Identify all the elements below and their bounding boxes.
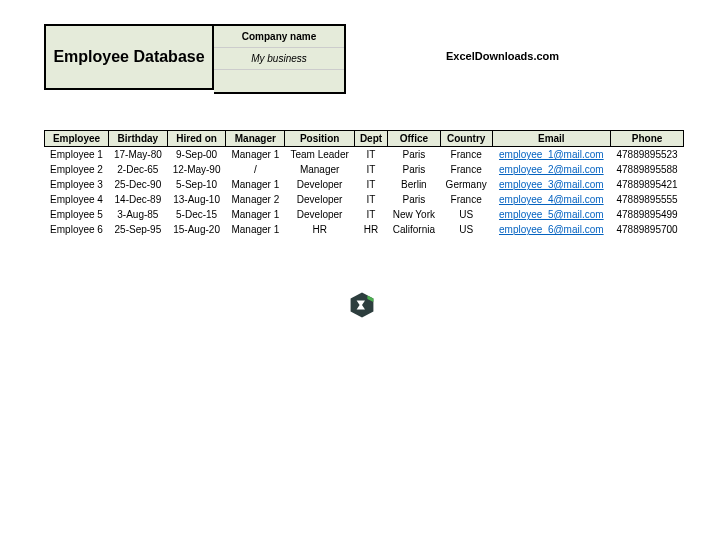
- table-cell: 12-May-90: [167, 162, 226, 177]
- table-cell: Employee 4: [45, 192, 109, 207]
- table-cell: 47889895588: [611, 162, 684, 177]
- table-cell: employee_6@mail.com: [492, 222, 611, 237]
- table-cell: France: [440, 147, 492, 163]
- title-box: Employee Database: [44, 24, 214, 90]
- table-cell: 47889895523: [611, 147, 684, 163]
- table-cell: Manager 1: [226, 177, 285, 192]
- table-cell: 47889895499: [611, 207, 684, 222]
- company-name-value: My business: [214, 48, 344, 70]
- table-cell: employee_3@mail.com: [492, 177, 611, 192]
- table-cell: Manager 1: [226, 207, 285, 222]
- table-cell: Employee 6: [45, 222, 109, 237]
- table-row: Employee 53-Aug-855-Dec-15Manager 1Devel…: [45, 207, 684, 222]
- table-cell: 47889895700: [611, 222, 684, 237]
- table-cell: IT: [355, 147, 388, 163]
- table-cell: employee_5@mail.com: [492, 207, 611, 222]
- table-cell: France: [440, 162, 492, 177]
- column-header: Manager: [226, 131, 285, 147]
- table-cell: Manager: [285, 162, 355, 177]
- email-link[interactable]: employee_5@mail.com: [499, 209, 604, 220]
- table-cell: US: [440, 207, 492, 222]
- table-cell: 14-Dec-89: [109, 192, 168, 207]
- email-link[interactable]: employee_6@mail.com: [499, 224, 604, 235]
- table-cell: 47889895421: [611, 177, 684, 192]
- table-cell: 5-Dec-15: [167, 207, 226, 222]
- table-cell: IT: [355, 192, 388, 207]
- column-header: Email: [492, 131, 611, 147]
- table-row: Employee 414-Dec-8913-Aug-10Manager 2Dev…: [45, 192, 684, 207]
- table-cell: Employee 5: [45, 207, 109, 222]
- email-link[interactable]: employee_3@mail.com: [499, 179, 604, 190]
- table-cell: employee_4@mail.com: [492, 192, 611, 207]
- table-cell: Berlin: [387, 177, 440, 192]
- table-cell: Developer: [285, 177, 355, 192]
- table-cell: 5-Sep-10: [167, 177, 226, 192]
- table-cell: employee_2@mail.com: [492, 162, 611, 177]
- column-header: Hired on: [167, 131, 226, 147]
- table-cell: Employee 3: [45, 177, 109, 192]
- table-cell: 13-Aug-10: [167, 192, 226, 207]
- table-cell: 15-Aug-20: [167, 222, 226, 237]
- company-name-label: Company name: [214, 26, 344, 48]
- table-cell: HR: [285, 222, 355, 237]
- table-cell: employee_1@mail.com: [492, 147, 611, 163]
- table-cell: New York: [387, 207, 440, 222]
- table-cell: 9-Sep-00: [167, 147, 226, 163]
- table-row: Employee 625-Sep-9515-Aug-20Manager 1HRH…: [45, 222, 684, 237]
- table-cell: Germany: [440, 177, 492, 192]
- page-title: Employee Database: [53, 47, 204, 68]
- table-cell: Paris: [387, 192, 440, 207]
- column-header: Phone: [611, 131, 684, 147]
- column-header: Birthday: [109, 131, 168, 147]
- table-cell: 25-Sep-95: [109, 222, 168, 237]
- table-row: Employee 325-Dec-905-Sep-10Manager 1Deve…: [45, 177, 684, 192]
- company-blank-row: [214, 70, 344, 92]
- table-cell: Manager 1: [226, 147, 285, 163]
- column-header: Dept: [355, 131, 388, 147]
- email-link[interactable]: employee_4@mail.com: [499, 194, 604, 205]
- table-cell: France: [440, 192, 492, 207]
- table-cell: 47889895555: [611, 192, 684, 207]
- table-cell: 17-May-80: [109, 147, 168, 163]
- email-link[interactable]: employee_2@mail.com: [499, 164, 604, 175]
- email-link[interactable]: employee_1@mail.com: [499, 149, 604, 160]
- table-cell: US: [440, 222, 492, 237]
- table-row: Employee 117-May-809-Sep-00Manager 1Team…: [45, 147, 684, 163]
- table-cell: Manager 1: [226, 222, 285, 237]
- table-cell: Team Leader: [285, 147, 355, 163]
- table-cell: Paris: [387, 162, 440, 177]
- table-cell: 2-Dec-65: [109, 162, 168, 177]
- table-cell: 3-Aug-85: [109, 207, 168, 222]
- logo-icon: [347, 290, 377, 320]
- column-header: Position: [285, 131, 355, 147]
- column-header: Country: [440, 131, 492, 147]
- table-cell: IT: [355, 177, 388, 192]
- table-cell: Developer: [285, 192, 355, 207]
- table-cell: California: [387, 222, 440, 237]
- table-cell: Manager 2: [226, 192, 285, 207]
- table-cell: Paris: [387, 147, 440, 163]
- table-cell: IT: [355, 162, 388, 177]
- table-cell: /: [226, 162, 285, 177]
- employee-table: EmployeeBirthdayHired onManagerPositionD…: [44, 130, 684, 237]
- table-cell: Employee 1: [45, 147, 109, 163]
- table-cell: Employee 2: [45, 162, 109, 177]
- table-cell: 25-Dec-90: [109, 177, 168, 192]
- company-box: Company name My business: [214, 24, 346, 94]
- table-row: Employee 22-Dec-6512-May-90/ManagerITPar…: [45, 162, 684, 177]
- table-cell: IT: [355, 207, 388, 222]
- column-header: Employee: [45, 131, 109, 147]
- site-label: ExcelDownloads.com: [446, 50, 559, 62]
- column-header: Office: [387, 131, 440, 147]
- table-cell: Developer: [285, 207, 355, 222]
- table-cell: HR: [355, 222, 388, 237]
